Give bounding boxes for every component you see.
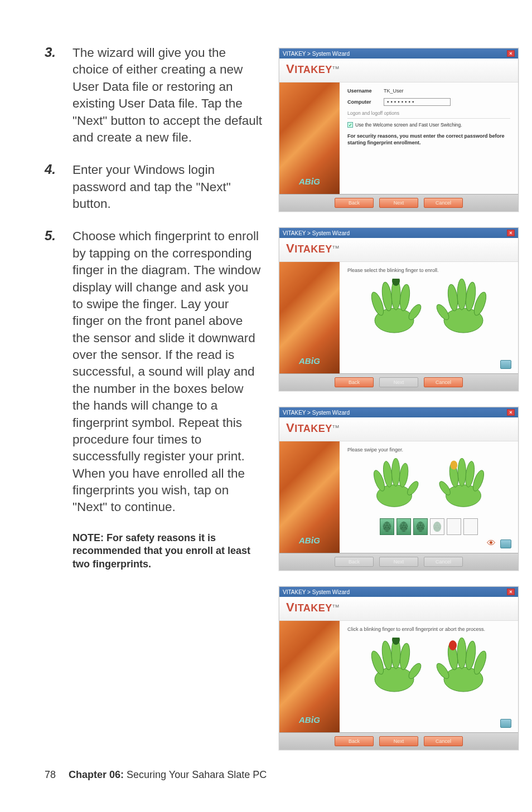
wizard-footer: Back Next Cancel bbox=[279, 194, 518, 211]
wizard-body: ABiG Username TK_User Computer •••••••• … bbox=[279, 82, 518, 194]
left-hand-icon[interactable] bbox=[364, 638, 425, 693]
swipe-box-empty bbox=[463, 518, 478, 535]
back-button[interactable]: Back bbox=[335, 736, 374, 746]
wizard-screenshot-enrolled: VITAKEY > System Wizard × VITAKEYTM ABiG… bbox=[279, 586, 519, 750]
next-button[interactable]: Next bbox=[379, 377, 418, 387]
page-footer: 78 Chapter 06: Securing Your Sahara Slat… bbox=[45, 769, 267, 781]
username-label: Username bbox=[347, 88, 384, 94]
hands-diagram[interactable] bbox=[347, 279, 510, 334]
wizard-header: VITAKEYTM bbox=[279, 59, 518, 82]
cancel-button[interactable]: Cancel bbox=[424, 736, 463, 746]
vitakey-logo: VITAKEYTM bbox=[286, 244, 339, 255]
vitakey-logo: VITAKEYTM bbox=[286, 602, 339, 614]
wizard-main: Please select the blinking finger to enr… bbox=[340, 262, 518, 373]
active-finger-highlight bbox=[451, 461, 458, 470]
instruction-text: Please swipe your finger. bbox=[347, 447, 510, 453]
svg-point-21 bbox=[458, 458, 466, 486]
keyboard-icon[interactable] bbox=[500, 360, 511, 369]
next-button[interactable]: Next bbox=[379, 198, 418, 208]
password-input[interactable]: •••••••• bbox=[384, 98, 451, 106]
next-button[interactable]: Next bbox=[379, 736, 418, 746]
instruction-text: Click a blinking finger to enroll finger… bbox=[347, 626, 510, 632]
hands-diagram[interactable] bbox=[347, 458, 510, 508]
fingerprint-icon bbox=[417, 522, 424, 532]
cancel-button[interactable]: Cancel bbox=[424, 557, 463, 567]
chapter-title: Securing Your Sahara Slate PC bbox=[124, 769, 267, 780]
username-value: TK_User bbox=[384, 88, 404, 94]
wizard-titlebar: VITAKEY > System Wizard × bbox=[279, 48, 518, 59]
security-message: For security reasons, you must enter the… bbox=[347, 133, 510, 146]
svg-point-23 bbox=[437, 480, 452, 497]
step-5: 5. Choose which fingerprint to enroll by… bbox=[45, 228, 262, 516]
cancel-button[interactable]: Cancel bbox=[424, 198, 463, 208]
back-button[interactable]: Back bbox=[335, 198, 374, 208]
eye-icon[interactable]: 👁 bbox=[487, 538, 496, 548]
step-text: The wizard will give you the choice of e… bbox=[72, 45, 262, 146]
right-hand-icon[interactable] bbox=[433, 279, 494, 334]
wizard-sidebar: ABiG bbox=[279, 262, 340, 373]
step-number: 5. bbox=[45, 228, 72, 516]
swipe-progress-boxes bbox=[347, 518, 510, 535]
abig-logo: ABiG bbox=[299, 535, 320, 546]
svg-point-15 bbox=[392, 458, 400, 486]
wizard-footer: Back Next Cancel bbox=[279, 373, 518, 391]
vitakey-logo: VITAKEYTM bbox=[286, 64, 339, 75]
swipe-box-filled bbox=[380, 518, 394, 535]
instruction-column: 3. The wizard will give you the choice o… bbox=[45, 45, 262, 750]
close-icon[interactable]: × bbox=[507, 230, 515, 236]
page-number: 78 bbox=[45, 769, 56, 780]
svg-point-10 bbox=[447, 284, 460, 312]
keyboard-icon[interactable] bbox=[500, 539, 511, 548]
svg-point-29 bbox=[407, 662, 423, 680]
wizard-header: VITAKEYTM bbox=[279, 417, 518, 441]
close-icon[interactable]: × bbox=[507, 409, 515, 416]
enrolled-finger-highlight bbox=[449, 640, 457, 650]
svg-point-28 bbox=[399, 643, 412, 670]
step-number: 4. bbox=[45, 162, 72, 212]
fingerprint-icon bbox=[383, 522, 391, 532]
wizard-main: Click a blinking finger to enroll finger… bbox=[340, 621, 518, 732]
abig-logo: ABiG bbox=[299, 176, 320, 187]
svg-point-9 bbox=[457, 279, 466, 310]
hands-diagram[interactable] bbox=[347, 638, 510, 693]
left-hand-icon[interactable] bbox=[364, 458, 425, 508]
welcome-checkbox-row[interactable]: ✓ Use the Welcome screen and Fast User S… bbox=[347, 122, 510, 128]
wizard-titlebar: VITAKEY > System Wizard × bbox=[279, 407, 518, 417]
instruction-text: Please select the blinking finger to enr… bbox=[347, 268, 510, 273]
cancel-button[interactable]: Cancel bbox=[424, 377, 463, 387]
abig-logo: ABiG bbox=[299, 356, 320, 367]
computer-label: Computer bbox=[347, 99, 384, 105]
wizard-main: Please swipe your finger. bbox=[340, 441, 518, 553]
abig-logo: ABiG bbox=[299, 714, 320, 726]
wizard-body: ABiG Please swipe your finger. bbox=[279, 441, 518, 553]
wizard-sidebar: ABiG bbox=[279, 82, 340, 194]
back-button[interactable]: Back bbox=[335, 377, 374, 387]
divider bbox=[347, 118, 510, 119]
right-hand-icon[interactable] bbox=[433, 638, 494, 693]
svg-point-16 bbox=[398, 463, 409, 488]
close-icon[interactable]: × bbox=[507, 589, 515, 595]
options-legend: Logon and logoff options bbox=[347, 110, 510, 116]
step-4: 4. Enter your Windows login password and… bbox=[45, 162, 262, 212]
wizard-titlebar: VITAKEY > System Wizard × bbox=[279, 587, 518, 597]
svg-point-4 bbox=[399, 284, 412, 312]
svg-point-11 bbox=[434, 303, 451, 322]
keyboard-icon[interactable] bbox=[500, 719, 511, 728]
step-3: 3. The wizard will give you the choice o… bbox=[45, 45, 262, 146]
checkbox-icon[interactable]: ✓ bbox=[347, 122, 353, 128]
back-button[interactable]: Back bbox=[335, 557, 374, 567]
fingerprint-icon bbox=[400, 522, 408, 532]
chapter-label: Chapter 06: bbox=[69, 769, 124, 780]
wizard-footer: Back Next Cancel bbox=[279, 553, 518, 570]
wizard-body: ABiG Click a blinking finger to enroll f… bbox=[279, 621, 518, 732]
page-content: 3. The wizard will give you the choice o… bbox=[45, 45, 487, 750]
right-hand-icon[interactable] bbox=[433, 458, 494, 508]
vitakey-logo: VITAKEYTM bbox=[286, 423, 339, 434]
wizard-footer: Back Next Cancel bbox=[279, 732, 518, 750]
close-icon[interactable]: × bbox=[507, 50, 515, 57]
left-hand-icon[interactable] bbox=[364, 279, 425, 334]
next-button[interactable]: Next bbox=[379, 557, 418, 567]
checkbox-label: Use the Welcome screen and Fast User Swi… bbox=[355, 122, 462, 128]
swipe-box-filled bbox=[413, 518, 428, 535]
swipe-box-empty bbox=[447, 518, 461, 535]
